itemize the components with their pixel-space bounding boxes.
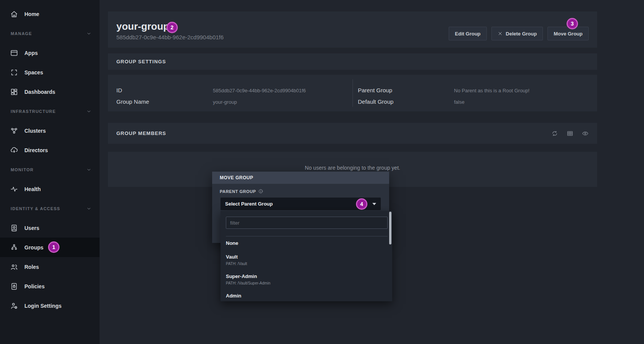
section-label: IDENTITY & ACCESS bbox=[11, 206, 60, 211]
eye-icon[interactable] bbox=[582, 130, 589, 137]
select-value: Select Parent Group bbox=[225, 201, 273, 207]
info-icon[interactable] bbox=[258, 189, 263, 194]
dashboards-icon bbox=[10, 88, 18, 96]
sidebar-item-dashboards[interactable]: Dashboards bbox=[0, 82, 100, 101]
sidebar-item-policies[interactable]: Policies bbox=[0, 276, 100, 296]
scrollbar-thumb[interactable] bbox=[389, 212, 391, 244]
default-group-value: false bbox=[454, 99, 464, 106]
sidebar-item-spaces[interactable]: Spaces bbox=[0, 63, 100, 82]
spaces-icon bbox=[10, 68, 18, 77]
sidebar-item-label: Directors bbox=[24, 147, 48, 153]
clusters-icon bbox=[10, 127, 18, 135]
section-label: MONITOR bbox=[11, 167, 34, 172]
modal-title: MOVE GROUP bbox=[220, 175, 253, 180]
sidebar-item-label: Roles bbox=[24, 264, 39, 270]
members-toolbar bbox=[551, 130, 589, 137]
users-icon bbox=[10, 224, 18, 232]
sidebar-item-apps[interactable]: Apps bbox=[0, 43, 100, 63]
parent-group-value: No Parent as this is a Root Group! bbox=[454, 87, 530, 94]
chevron-down-icon bbox=[372, 203, 376, 205]
groups-icon bbox=[10, 243, 18, 252]
page-title: your-group bbox=[116, 21, 169, 32]
sidebar-item-label: Policies bbox=[24, 283, 45, 289]
header-actions: Edit Group Delete Group Move Group bbox=[449, 27, 589, 40]
step-badge-2: 2 bbox=[166, 22, 178, 33]
chevron-down-icon bbox=[86, 108, 92, 114]
close-icon bbox=[497, 31, 503, 36]
step-badge-4: 4 bbox=[356, 198, 367, 210]
sidebar-item-label: Health bbox=[24, 186, 41, 192]
home-icon bbox=[10, 10, 18, 18]
sidebar-section-infrastructure[interactable]: INFRASTRUCTURE bbox=[0, 101, 100, 121]
group-settings-header: GROUP SETTINGS bbox=[108, 53, 597, 70]
group-name-label: Group Name bbox=[116, 98, 149, 106]
dropdown-scrollbar[interactable] bbox=[389, 212, 391, 301]
roles-icon bbox=[10, 263, 18, 271]
chevron-down-icon bbox=[86, 167, 92, 173]
sidebar: Home MANAGE Apps Spaces Dashboards INFRA… bbox=[0, 0, 100, 344]
sidebar-item-roles[interactable]: Roles bbox=[0, 257, 100, 276]
sidebar-item-clusters[interactable]: Clusters bbox=[0, 121, 100, 140]
id-value: 585ddb27-0c9e-44bb-962e-2cd9904b01f6 bbox=[213, 87, 306, 94]
refresh-icon[interactable] bbox=[551, 130, 558, 137]
section-label: MANAGE bbox=[11, 31, 32, 36]
group-header-card: your-group 585ddb27-0c9e-44bb-962e-2cd99… bbox=[108, 11, 597, 48]
sidebar-item-label: Apps bbox=[24, 50, 38, 56]
group-members-header: GROUP MEMBERS bbox=[108, 123, 597, 144]
filter-input[interactable] bbox=[226, 217, 388, 229]
sidebar-item-label: Groups bbox=[24, 244, 43, 251]
chevron-down-icon bbox=[86, 31, 92, 37]
sidebar-item-health[interactable]: Health bbox=[0, 179, 100, 199]
step-badge-1: 1 bbox=[48, 241, 60, 253]
sidebar-section-identity-access[interactable]: IDENTITY & ACCESS bbox=[0, 199, 100, 218]
parent-group-dropdown: None Vault PATH: /Vault Super-Admin PATH… bbox=[221, 211, 392, 301]
policies-icon bbox=[10, 282, 18, 291]
app-root: Home MANAGE Apps Spaces Dashboards INFRA… bbox=[0, 0, 644, 344]
option-super-admin[interactable]: Super-Admin PATH: /Vault/Super-Admin bbox=[221, 270, 392, 289]
sidebar-item-label: Login Settings bbox=[24, 303, 61, 309]
group-id-subtitle: 585ddb27-0c9e-44bb-962e-2cd9904b01f6 bbox=[116, 34, 224, 40]
empty-state-text: No users are belonging to the group yet. bbox=[108, 152, 597, 171]
sidebar-item-login-settings[interactable]: Login Settings bbox=[0, 296, 100, 315]
option-none[interactable]: None bbox=[221, 236, 392, 250]
default-group-label: Default Group bbox=[358, 98, 393, 106]
parent-group-field-label: PARENT GROUP bbox=[220, 189, 263, 194]
sidebar-item-label: Users bbox=[24, 225, 39, 231]
sidebar-item-label: Home bbox=[24, 11, 39, 17]
group-settings-title: GROUP SETTINGS bbox=[116, 59, 166, 64]
delete-group-button[interactable]: Delete Group bbox=[491, 27, 543, 40]
modal-header: MOVE GROUP bbox=[212, 172, 389, 184]
parent-group-label: Parent Group bbox=[358, 87, 392, 94]
sidebar-item-directors[interactable]: Directors bbox=[0, 140, 100, 160]
section-label: INFRASTRUCTURE bbox=[11, 109, 56, 114]
edit-group-button[interactable]: Edit Group bbox=[449, 27, 486, 40]
group-members-title: GROUP MEMBERS bbox=[116, 130, 166, 136]
sidebar-section-monitor[interactable]: MONITOR bbox=[0, 160, 100, 179]
option-vault[interactable]: Vault PATH: /Vault bbox=[221, 250, 392, 270]
table-icon[interactable] bbox=[567, 130, 573, 137]
health-icon bbox=[10, 185, 18, 193]
step-badge-3: 3 bbox=[567, 18, 578, 29]
group-name-value: your-group bbox=[213, 99, 237, 106]
chevron-down-icon bbox=[86, 206, 92, 212]
sidebar-item-users[interactable]: Users bbox=[0, 218, 100, 238]
apps-icon bbox=[10, 49, 18, 57]
sidebar-item-label: Spaces bbox=[24, 69, 43, 76]
login-settings-icon bbox=[10, 302, 18, 310]
sidebar-item-label: Dashboards bbox=[24, 89, 55, 95]
option-admin[interactable]: Admin bbox=[221, 289, 392, 301]
sidebar-section-manage[interactable]: MANAGE bbox=[0, 24, 100, 43]
sidebar-item-label: Clusters bbox=[24, 128, 46, 134]
directors-icon bbox=[10, 146, 18, 154]
group-settings-panel: ID 585ddb27-0c9e-44bb-962e-2cd9904b01f6 … bbox=[108, 75, 597, 111]
id-label: ID bbox=[116, 87, 122, 94]
sidebar-item-home[interactable]: Home bbox=[0, 4, 100, 24]
move-group-button[interactable]: Move Group bbox=[547, 27, 589, 40]
settings-divider bbox=[353, 79, 353, 107]
dropdown-options: None Vault PATH: /Vault Super-Admin PATH… bbox=[221, 236, 392, 301]
